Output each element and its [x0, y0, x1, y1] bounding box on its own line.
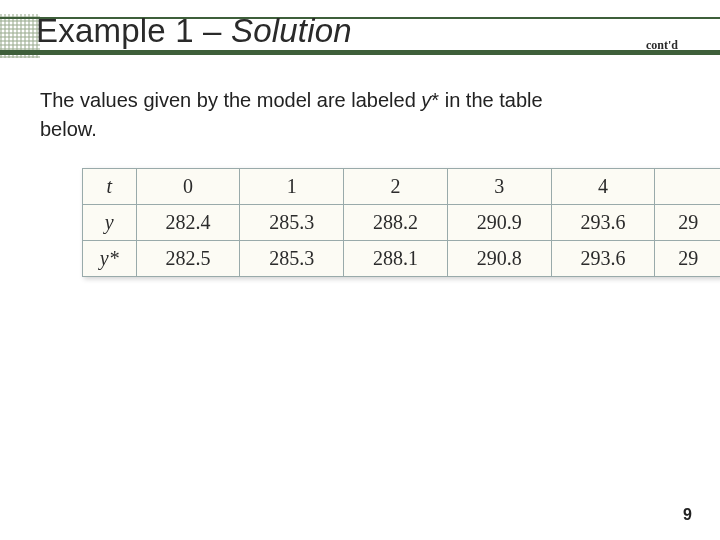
body-line1-b: in the table: [439, 89, 542, 111]
title-italic: Solution: [231, 12, 352, 49]
title-plain: Example 1 –: [36, 12, 231, 49]
data-table-container: t 0 1 2 3 4 y 282.4 285.3 288.2 290.9 29…: [82, 168, 720, 277]
page-title: Example 1 – Solution: [36, 12, 352, 50]
table-row: t 0 1 2 3 4: [83, 169, 721, 205]
row-label-y: y: [83, 205, 137, 241]
header-rule-thick: [0, 50, 720, 55]
cell: 282.5: [136, 241, 240, 277]
table-row: y* 282.5 285.3 288.1 290.8 293.6 29: [83, 241, 721, 277]
cell: [655, 169, 720, 205]
data-table: t 0 1 2 3 4 y 282.4 285.3 288.2 290.9 29…: [82, 168, 720, 277]
row-label-ystar-text: y*: [100, 247, 119, 269]
cell: 288.1: [344, 241, 448, 277]
slide-header: Example 1 – Solution cont'd: [0, 0, 720, 58]
cell: 3: [447, 169, 551, 205]
cell: 290.9: [447, 205, 551, 241]
cell: 282.4: [136, 205, 240, 241]
table-row: y 282.4 285.3 288.2 290.9 293.6 29: [83, 205, 721, 241]
cell: 1: [240, 169, 344, 205]
body-line1-a: The values given by the model are labele…: [40, 89, 421, 111]
cell: 2: [344, 169, 448, 205]
body-line2: below.: [40, 118, 97, 140]
body-y-italic: y: [421, 89, 431, 111]
cell: 285.3: [240, 205, 344, 241]
cell: 290.8: [447, 241, 551, 277]
page-number: 9: [683, 506, 692, 524]
cell: 293.6: [551, 241, 655, 277]
cell: 285.3: [240, 241, 344, 277]
row-label-ystar: y*: [83, 241, 137, 277]
row-label-t: t: [83, 169, 137, 205]
cell: 29: [655, 241, 720, 277]
cell: 293.6: [551, 205, 655, 241]
cell: 4: [551, 169, 655, 205]
cell: 0: [136, 169, 240, 205]
cell: 288.2: [344, 205, 448, 241]
body-paragraph: The values given by the model are labele…: [40, 86, 660, 144]
cell: 29: [655, 205, 720, 241]
body-y-star: *: [431, 89, 439, 111]
